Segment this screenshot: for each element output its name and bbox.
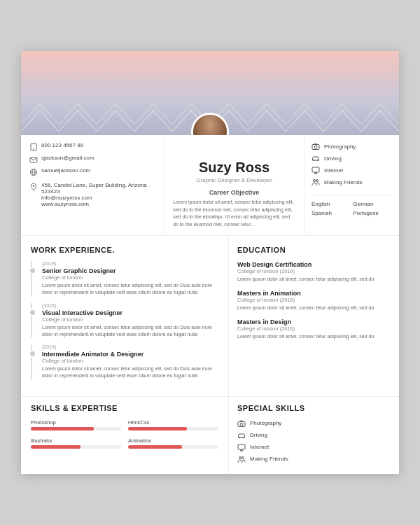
skill-item: Illustrator [31, 438, 121, 449]
edu-desc: Lorem ipsum dolor sit amet, consec tetur… [237, 304, 391, 312]
edu-item: Masters in Animation College of london (… [237, 290, 391, 312]
resume-header [21, 51, 399, 135]
hobbies-section: PhotographyDrivingInternetMaking Friends [312, 142, 392, 186]
contact-website: samueljackson.com [29, 167, 155, 176]
hobby-item: Internet [312, 166, 392, 174]
special-skill-item: Driving [237, 431, 391, 440]
special-skill-item: Photography [237, 419, 391, 428]
skill-bar-fill [31, 427, 94, 430]
svg-point-20 [243, 437, 244, 438]
phone-icon [29, 143, 38, 151]
work-item: (2018) Visual Interactive Designer Colle… [31, 303, 218, 338]
car-icon [237, 431, 246, 440]
edu-title: Masters in Animation [237, 290, 391, 297]
career-heading: Career Objective [173, 189, 295, 196]
skill-bar-fill [128, 445, 182, 449]
edu-school: College of london (2018) [237, 268, 391, 274]
monitor-icon [312, 166, 320, 174]
edu-desc: Lorem ipsum dolor sit amet, consec tetur… [237, 333, 391, 340]
work-company: College of london [42, 358, 218, 364]
svg-point-8 [314, 146, 317, 148]
contact-phone: 800 123 4567 89 [29, 142, 155, 151]
right-column: PhotographyDrivingInternetMaking Friends… [304, 135, 399, 235]
car-icon [312, 154, 320, 162]
person-name: Suzy Ross [173, 160, 295, 176]
svg-rect-21 [238, 444, 245, 449]
skill-bar-bg [128, 427, 218, 430]
main-bottom: WORK EXPERIENCE. (2018) Senior Graphic D… [21, 236, 399, 396]
skills-heading: SKILLS & EXPERTISE [31, 404, 218, 412]
svg-point-18 [240, 423, 243, 426]
work-company: College of london [42, 274, 218, 281]
name-section: Suzy Ross Graphic Designer & Developer [173, 160, 295, 183]
work-year: (2018) [42, 303, 218, 308]
work-heading: WORK EXPERIENCE. [31, 246, 218, 254]
work-item: (2018) Senior Graphic Designer College o… [31, 261, 218, 296]
work-title: Intermediate Animator & Designer [42, 351, 218, 358]
skill-bar-bg [31, 427, 121, 430]
skill-label: Illustrator [31, 438, 121, 444]
svg-point-15 [313, 180, 315, 182]
skill-item: Html/Css [128, 419, 218, 430]
hobby-item: Photography [312, 142, 392, 150]
skill-bar-bg [128, 445, 218, 449]
bottom-row: SKILLS & EXPERTISE Photoshop Html/Css Il… [21, 396, 399, 474]
center-column: Suzy Ross Graphic Designer & Developer C… [164, 135, 304, 235]
globe-icon [29, 168, 38, 176]
work-desc: Lorem ipsum dolor sit amet, consec tetur… [42, 365, 218, 379]
avatar-image [193, 115, 227, 135]
skill-label: Html/Css [128, 419, 218, 426]
career-text: Lorem ipsum dolor sit amet, consec tetur… [173, 199, 295, 228]
edu-heading: EDUCATION [237, 246, 391, 254]
person-title: Graphic Designer & Developer [173, 177, 295, 183]
edu-school: College of london (2018) [237, 297, 391, 303]
special-skill-item: Internet [237, 443, 391, 451]
special-skills-section: SPECIAL SKILLS PhotographyDrivingInterne… [229, 396, 399, 474]
camera-icon [237, 419, 246, 428]
skill-bar-fill [128, 427, 187, 430]
monitor-icon [237, 443, 246, 451]
svg-point-10 [316, 160, 318, 161]
camera-icon [312, 142, 320, 150]
svg-rect-11 [312, 167, 319, 172]
people-icon [312, 178, 320, 186]
work-year: (2018) [42, 261, 218, 266]
work-desc: Lorem ipsum dolor sit amet, consec tetur… [42, 324, 218, 338]
work-company: College of london [42, 316, 218, 323]
hobby-item: Making Friends [312, 178, 392, 186]
skill-label: Animation [128, 438, 218, 444]
language-item: German [353, 201, 392, 207]
language-item: English [312, 201, 351, 207]
skill-label: Photoshop [31, 419, 121, 426]
svg-point-19 [239, 437, 241, 438]
edu-title: Masters in Design [237, 318, 391, 326]
edu-item: Masters in Design College of london (201… [237, 318, 391, 340]
skill-item: Animation [128, 438, 218, 449]
svg-point-9 [313, 160, 314, 161]
work-title: Senior Graphic Designer [42, 267, 218, 274]
edu-item: Web Design Certification College of lond… [237, 261, 391, 283]
svg-point-6 [33, 185, 34, 186]
work-experience-section: WORK EXPERIENCE. (2018) Senior Graphic D… [21, 236, 229, 396]
svg-point-25 [239, 456, 241, 458]
top-body: 800 123 4567 89 sjackson@gmail.com samue… [21, 135, 399, 236]
work-year: (2018) [42, 344, 218, 349]
contact-section: 800 123 4567 89 sjackson@gmail.com samue… [21, 135, 164, 235]
location-icon [29, 183, 38, 191]
special-skills-heading: SPECIAL SKILLS [237, 404, 391, 412]
language-item: Spanish [312, 210, 351, 216]
education-section: EDUCATION Web Design Certification Colle… [229, 236, 399, 396]
edu-school: College of london (2018) [237, 326, 391, 332]
edu-desc: Lorem ipsum dolor sit amet, consec tetur… [237, 276, 391, 283]
svg-point-26 [242, 456, 244, 458]
edu-title: Web Design Certification [237, 261, 391, 268]
skills-section: SKILLS & EXPERTISE Photoshop Html/Css Il… [21, 396, 229, 474]
work-desc: Lorem ipsum dolor sit amet, consec tetur… [42, 282, 218, 296]
career-objective: Career Objective Lorem ipsum dolor sit a… [173, 189, 295, 228]
people-icon [237, 455, 246, 463]
work-item: (2018) Intermediate Animator & Designer … [31, 344, 218, 379]
skill-bar-fill [31, 445, 80, 449]
resume-container: 800 123 4567 89 sjackson@gmail.com samue… [21, 51, 399, 474]
skill-item: Photoshop [31, 419, 121, 430]
contact-email: sjackson@gmail.com [29, 155, 155, 164]
